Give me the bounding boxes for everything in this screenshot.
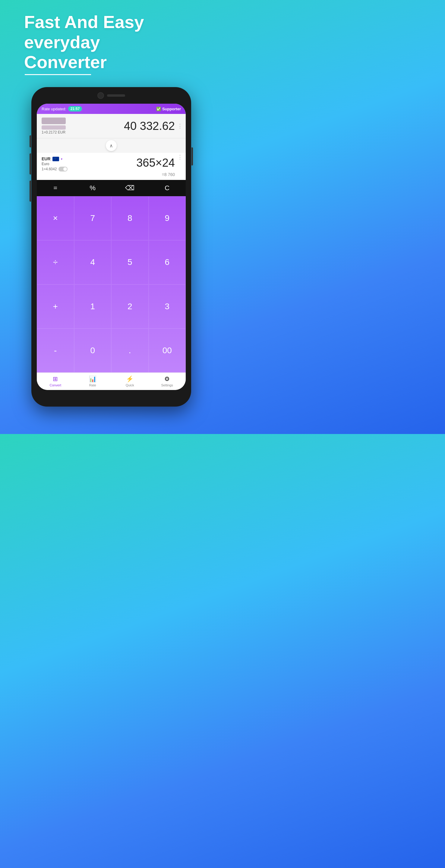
key-3[interactable]: 3 (149, 284, 186, 329)
swap-row: ∧ (37, 138, 186, 153)
checkmark-icon: ✅ (156, 107, 161, 111)
nav-convert-label: Convert (50, 383, 61, 387)
key-5[interactable]: 5 (111, 240, 149, 284)
currency-amount-top: 40 332.62 (124, 120, 175, 133)
eu-flag-icon: 🇪🇺 (53, 157, 59, 161)
hero-line3: Converter (24, 52, 107, 72)
time-badge: 21:57 (68, 106, 82, 112)
key-percent[interactable]: % (74, 180, 112, 196)
key-0[interactable]: 0 (74, 329, 112, 373)
key-7[interactable]: 7 (74, 196, 112, 240)
keypad-area: = % ⌫ C × 7 8 9 (37, 180, 186, 390)
key-divide[interactable]: ÷ (37, 240, 74, 284)
settings-icon: ⚙ (164, 375, 170, 382)
currency-flag-top-2 (41, 125, 66, 130)
key-equals[interactable]: = (37, 180, 74, 196)
operator-row: = % ⌫ C (37, 180, 186, 196)
volume-down-button (30, 181, 31, 202)
swap-button[interactable]: ∧ (106, 140, 117, 151)
bottom-navigation: ⊞ Convert 📊 Rate ⚡ Quick ⚙ Settings (37, 373, 186, 390)
dropdown-arrow-icon[interactable]: ▾ (61, 157, 62, 161)
key-double-zero[interactable]: 00 (149, 329, 186, 373)
camera (97, 92, 104, 99)
rate-updated-label: Rate updated: 21:57 (41, 106, 82, 112)
more-icon-top[interactable]: ⋮ (177, 123, 183, 129)
nav-rate-label: Rate (89, 383, 96, 387)
key-backspace[interactable]: ⌫ (111, 180, 149, 196)
nav-settings-label: Settings (161, 383, 173, 387)
currency-row-top[interactable]: 1=0.2172 EUR 40 332.62 ⋮ (37, 114, 186, 138)
chevron-up-icon: ∧ (110, 143, 113, 149)
convert-icon: ⊞ (53, 375, 58, 382)
app-header: Rate updated: 21:57 ✅ Supporter (37, 104, 186, 114)
currency-flag-top (41, 118, 66, 124)
currency-code: EUR (41, 156, 51, 161)
key-clear[interactable]: C (149, 180, 186, 196)
hero-underline (25, 74, 91, 75)
hero-section: Fast And Easy everyday Converter (0, 0, 222, 81)
nav-convert[interactable]: ⊞ Convert (37, 375, 74, 387)
currency-area: 1=0.2172 EUR 40 332.62 ⋮ ∧ EUR 🇪🇺 ▾ (37, 114, 186, 180)
key-multiply[interactable]: × (37, 196, 74, 240)
phone-mockup: Rate updated: 21:57 ✅ Supporter 1=0.2172… (31, 87, 191, 418)
number-keypad: × 7 8 9 ÷ 4 5 6 + 1 2 3 - 0 . 00 (37, 196, 186, 373)
currency-amount-bottom: 365×24 (136, 156, 175, 169)
hero-line1: Fast And Easy (24, 12, 144, 32)
more-icon-bottom[interactable]: ⋮ (177, 154, 183, 160)
currency-result: =8 760 (162, 172, 175, 177)
key-decimal[interactable]: . (111, 329, 149, 373)
key-6[interactable]: 6 (149, 240, 186, 284)
key-add[interactable]: + (37, 284, 74, 329)
nav-quick[interactable]: ⚡ Quick (111, 375, 149, 387)
phone-screen: Rate updated: 21:57 ✅ Supporter 1=0.2172… (37, 104, 186, 390)
key-2[interactable]: 2 (111, 284, 149, 329)
key-subtract[interactable]: - (37, 329, 74, 373)
hero-line2: everyday (24, 32, 100, 52)
nav-quick-label: Quick (126, 383, 134, 387)
volume-up-button (30, 153, 31, 175)
nav-rate[interactable]: 📊 Rate (74, 375, 112, 387)
supporter-badge[interactable]: ✅ Supporter (156, 107, 181, 111)
key-9[interactable]: 9 (149, 196, 186, 240)
key-1[interactable]: 1 (74, 284, 112, 329)
key-4[interactable]: 4 (74, 240, 112, 284)
phone-shell: Rate updated: 21:57 ✅ Supporter 1=0.2172… (31, 87, 191, 407)
currency-row-bottom[interactable]: EUR 🇪🇺 ▾ Euro 1=4.6042 365×24 =8 760 ⋮ (37, 153, 186, 180)
rate-icon: 📊 (89, 375, 96, 382)
key-8[interactable]: 8 (111, 196, 149, 240)
quick-icon: ⚡ (126, 375, 134, 382)
phone-notch (84, 91, 138, 100)
speaker (107, 94, 125, 97)
nav-settings[interactable]: ⚙ Settings (149, 375, 186, 387)
rate-toggle[interactable] (58, 167, 67, 172)
volume-silent-button (30, 135, 31, 147)
power-button (191, 147, 193, 165)
